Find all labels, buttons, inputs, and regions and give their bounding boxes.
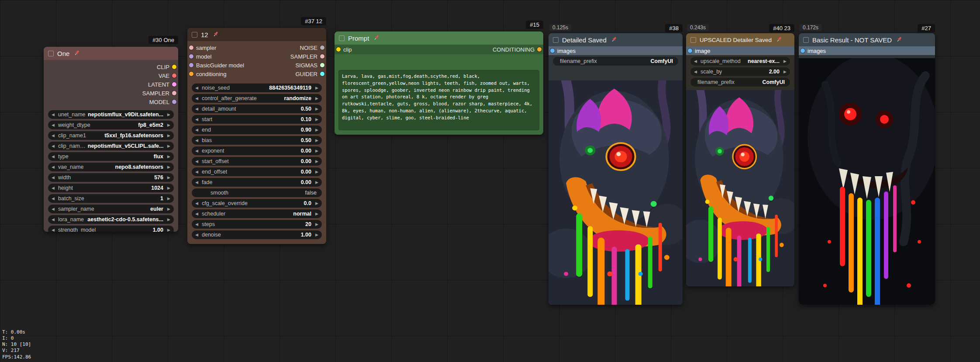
node-basic-result[interactable]: 0.172s #27 Basic Result - NOT SAVED imag… bbox=[799, 33, 935, 305]
node-twelve[interactable]: #37 12 12 sampler NOISE model SAMPLER bbox=[187, 28, 326, 244]
decrement-arrow-icon[interactable]: ◀ bbox=[52, 228, 57, 232]
widget-filename-prefix[interactable]: filename_prefixComfyUI bbox=[553, 57, 678, 66]
increment-arrow-icon[interactable]: ▶ bbox=[165, 217, 170, 222]
increment-arrow-icon[interactable]: ▶ bbox=[165, 144, 170, 148]
increment-arrow-icon[interactable]: ▶ bbox=[313, 96, 318, 101]
collapse-icon[interactable] bbox=[192, 32, 197, 38]
increment-arrow-icon[interactable]: ▶ bbox=[165, 112, 170, 117]
increment-arrow-icon[interactable]: ▶ bbox=[165, 207, 170, 211]
slot-dot[interactable] bbox=[172, 100, 176, 104]
collapse-icon[interactable] bbox=[339, 35, 345, 41]
widget-clip-name2[interactable]: ◀clip_name2nepotismflux_v5CLIPL.safe...▶ bbox=[48, 142, 174, 150]
collapse-icon[interactable] bbox=[803, 37, 809, 43]
decrement-arrow-icon[interactable]: ◀ bbox=[195, 96, 200, 101]
slot-dot[interactable] bbox=[320, 45, 324, 50]
slot-dot[interactable] bbox=[688, 49, 692, 53]
widget-start[interactable]: ◀start0.10▶ bbox=[192, 115, 322, 124]
pin-icon[interactable] bbox=[213, 31, 219, 38]
widget-smooth-toggle[interactable]: smoothfalse bbox=[192, 188, 322, 197]
increment-arrow-icon[interactable]: ▶ bbox=[165, 186, 170, 190]
node-header[interactable]: UPSCALED Detailer Saved bbox=[686, 33, 794, 46]
increment-arrow-icon[interactable]: ▶ bbox=[313, 180, 318, 184]
slot-dot[interactable] bbox=[336, 47, 341, 52]
decrement-arrow-icon[interactable]: ◀ bbox=[195, 159, 200, 164]
increment-arrow-icon[interactable]: ▶ bbox=[313, 201, 318, 205]
widget-width[interactable]: ◀width576▶ bbox=[48, 173, 174, 182]
increment-arrow-icon[interactable]: ▶ bbox=[313, 233, 318, 237]
collapse-icon[interactable] bbox=[553, 37, 559, 43]
decrement-arrow-icon[interactable]: ◀ bbox=[52, 175, 57, 180]
widget-lora-name[interactable]: ◀lora_nameaesthetic2-cdo-0.5.safetens...… bbox=[48, 215, 174, 224]
decrement-arrow-icon[interactable]: ◀ bbox=[195, 86, 200, 90]
pin-icon[interactable] bbox=[896, 36, 902, 44]
preview-image[interactable] bbox=[686, 90, 794, 286]
decrement-arrow-icon[interactable]: ◀ bbox=[694, 70, 699, 74]
decrement-arrow-icon[interactable]: ◀ bbox=[195, 138, 200, 143]
increment-arrow-icon[interactable]: ▶ bbox=[313, 117, 318, 122]
node-header[interactable]: Basic Result - NOT SAVED bbox=[799, 33, 935, 46]
increment-arrow-icon[interactable]: ▶ bbox=[313, 212, 318, 216]
widget-strength-model[interactable]: ◀strength_model1.00▶ bbox=[48, 226, 174, 232]
slot-row-model-sampler[interactable]: model SAMPLER bbox=[187, 52, 326, 61]
slot-dot[interactable] bbox=[320, 54, 324, 59]
slot-row-guider-sigmas[interactable]: BasicGuider model SIGMAS bbox=[187, 61, 326, 70]
decrement-arrow-icon[interactable]: ◀ bbox=[195, 180, 200, 184]
decrement-arrow-icon[interactable]: ◀ bbox=[52, 133, 57, 138]
output-slot-sampler[interactable]: SAMPLER bbox=[44, 89, 178, 97]
pin-icon[interactable] bbox=[611, 36, 617, 44]
node-header[interactable]: Detailed Saved bbox=[549, 33, 683, 46]
increment-arrow-icon[interactable]: ▶ bbox=[165, 154, 170, 159]
widget-control-after-generate[interactable]: ◀control_after_generaterandomize▶ bbox=[192, 94, 322, 103]
decrement-arrow-icon[interactable]: ◀ bbox=[195, 170, 200, 174]
output-slot-model[interactable]: MODEL bbox=[44, 97, 178, 106]
widget-unet-name[interactable]: ◀unet_namenepotismflux_v9Dit.safeten...▶ bbox=[48, 110, 174, 119]
input-slot-image[interactable]: image bbox=[686, 46, 794, 55]
output-slot-clip[interactable]: CLIP bbox=[44, 63, 178, 71]
pin-icon[interactable] bbox=[776, 36, 782, 44]
widget-start-offset[interactable]: ◀start_offset0.00▶ bbox=[192, 157, 322, 166]
node-graph-canvas[interactable]: #30 One One CLIP VAE LATENT bbox=[0, 0, 980, 362]
increment-arrow-icon[interactable]: ▶ bbox=[313, 86, 318, 90]
widget-end[interactable]: ◀end0.90▶ bbox=[192, 125, 322, 134]
widget-sampler-name[interactable]: ◀sampler_nameeuler▶ bbox=[48, 205, 174, 213]
decrement-arrow-icon[interactable]: ◀ bbox=[694, 59, 699, 63]
decrement-arrow-icon[interactable]: ◀ bbox=[52, 165, 57, 169]
preview-image[interactable] bbox=[799, 58, 935, 305]
decrement-arrow-icon[interactable]: ◀ bbox=[52, 207, 57, 211]
widget-noise-seed[interactable]: ◀noise_seed88426356349119▶ bbox=[192, 84, 322, 92]
output-slot-latent[interactable]: LATENT bbox=[44, 80, 178, 89]
decrement-arrow-icon[interactable]: ◀ bbox=[195, 233, 200, 237]
increment-arrow-icon[interactable]: ▶ bbox=[165, 175, 170, 180]
increment-arrow-icon[interactable]: ▶ bbox=[165, 165, 170, 169]
decrement-arrow-icon[interactable]: ◀ bbox=[195, 201, 200, 205]
preview-image[interactable] bbox=[549, 80, 683, 305]
slot-dot[interactable] bbox=[189, 72, 193, 76]
collapse-icon[interactable] bbox=[690, 37, 696, 43]
decrement-arrow-icon[interactable]: ◀ bbox=[195, 212, 200, 216]
widget-denoise[interactable]: ◀denoise1.00▶ bbox=[192, 230, 322, 239]
increment-arrow-icon[interactable]: ▶ bbox=[313, 107, 318, 111]
slot-dot[interactable] bbox=[320, 63, 324, 67]
node-one[interactable]: #30 One One CLIP VAE LATENT bbox=[44, 47, 178, 232]
pin-icon[interactable] bbox=[74, 50, 80, 57]
widget-end-offset[interactable]: ◀end_offset0.00▶ bbox=[192, 167, 322, 176]
widget-scale-by[interactable]: ◀scale_by2.00▶ bbox=[690, 67, 790, 76]
increment-arrow-icon[interactable]: ▶ bbox=[313, 128, 318, 132]
node-upscaled-saved[interactable]: 0.243s #40 23 UPSCALED Detailer Saved im… bbox=[686, 33, 794, 286]
increment-arrow-icon[interactable]: ▶ bbox=[313, 170, 318, 174]
widget-cfg-scale-override[interactable]: ◀cfg_scale_override0.0▶ bbox=[192, 199, 322, 208]
input-slot-images[interactable]: images bbox=[549, 46, 683, 55]
slot-dot[interactable] bbox=[172, 65, 176, 69]
widget-clip-name1[interactable]: ◀clip_name1t5xxl_fp16.safetensors▶ bbox=[48, 131, 174, 140]
widget-height[interactable]: ◀height1024▶ bbox=[48, 184, 174, 192]
widget-weight-dtype[interactable]: ◀weight_dtypefp8_e5m2▶ bbox=[48, 121, 174, 129]
widget-filename-prefix[interactable]: filename_prefixComfyUI bbox=[690, 78, 790, 87]
decrement-arrow-icon[interactable]: ◀ bbox=[195, 149, 200, 153]
decrement-arrow-icon[interactable]: ◀ bbox=[52, 123, 57, 127]
output-slot-vae[interactable]: VAE bbox=[44, 71, 178, 80]
widget-scheduler[interactable]: ◀schedulernormal▶ bbox=[192, 209, 322, 218]
increment-arrow-icon[interactable]: ▶ bbox=[313, 149, 318, 153]
increment-arrow-icon[interactable]: ▶ bbox=[313, 222, 318, 226]
decrement-arrow-icon[interactable]: ◀ bbox=[52, 186, 57, 190]
collapse-icon[interactable] bbox=[48, 51, 54, 56]
